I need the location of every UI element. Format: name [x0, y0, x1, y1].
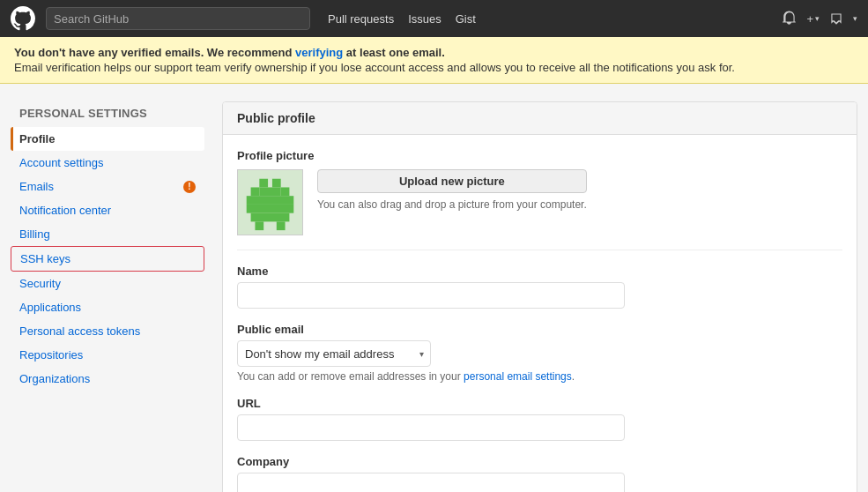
svg-rect-3 — [251, 187, 260, 196]
svg-rect-8 — [251, 213, 290, 222]
user-avatar-icon[interactable] — [828, 11, 844, 26]
sidebar-item-applications[interactable]: Applications — [11, 295, 204, 319]
email-hint-post: . — [572, 370, 575, 383]
warning-text-pre: You don't have any verified emails. We r… — [14, 46, 295, 59]
emails-warning-icon: ! — [183, 181, 196, 193]
sidebar-item-security[interactable]: Security — [11, 272, 204, 295]
avatar — [237, 169, 303, 235]
sidebar: Personal settings Profile Account settin… — [11, 101, 204, 492]
sidebar-item-billing[interactable]: Billing — [11, 222, 204, 246]
content-body: Profile picture — [223, 135, 857, 492]
personal-email-settings-link[interactable]: personal email settings — [464, 370, 572, 383]
email-hint-pre: You can add or remove email addresses in… — [237, 370, 464, 383]
main-content: Public profile Profile picture — [222, 101, 857, 492]
company-input[interactable] — [237, 473, 625, 492]
create-new-button[interactable]: + ▾ — [806, 12, 820, 26]
sidebar-item-organizations[interactable]: Organizations — [11, 367, 204, 391]
public-email-section: Public email Don't show my email address… — [237, 323, 842, 383]
warning-line2: Email verification helps our support tea… — [14, 61, 854, 74]
company-section: Company — [237, 455, 842, 492]
pull-requests-link[interactable]: Pull requests — [328, 12, 394, 26]
upload-picture-button[interactable]: Upload new picture — [317, 169, 587, 193]
verify-link[interactable]: verifying — [295, 46, 343, 59]
emails-row: Emails ! — [19, 180, 196, 193]
company-label: Company — [237, 455, 842, 468]
divider-1 — [237, 250, 842, 250]
url-label: URL — [237, 397, 842, 410]
sidebar-item-profile[interactable]: Profile — [11, 127, 204, 151]
svg-rect-10 — [277, 221, 286, 230]
profile-picture-section: Profile picture — [237, 149, 842, 235]
sidebar-item-account-settings[interactable]: Account settings — [11, 151, 204, 175]
main-layout: Personal settings Profile Account settin… — [0, 84, 868, 492]
github-logo-icon[interactable] — [11, 6, 35, 31]
name-label: Name — [237, 265, 842, 278]
warning-text-post: at least one email. — [343, 46, 445, 59]
upload-section: Upload new picture You can also drag and… — [317, 169, 587, 211]
sidebar-item-notification-center[interactable]: Notification center — [11, 198, 204, 222]
svg-rect-9 — [255, 221, 263, 230]
warning-banner: You don't have any verified emails. We r… — [0, 37, 868, 84]
public-email-label: Public email — [237, 323, 842, 336]
avatar-image — [238, 169, 302, 235]
top-navigation: Pull requests Issues Gist + ▾ ▾ — [0, 0, 868, 37]
email-select[interactable]: Don't show my email address — [237, 340, 431, 367]
issues-link[interactable]: Issues — [408, 12, 441, 26]
svg-rect-1 — [259, 179, 268, 188]
svg-rect-5 — [281, 187, 290, 196]
sidebar-item-repositories[interactable]: Repositories — [11, 343, 204, 367]
upload-hint: You can also drag and drop a picture fro… — [317, 198, 587, 211]
emails-label: Emails — [19, 180, 54, 193]
svg-rect-6 — [247, 196, 294, 205]
warning-line1: You don't have any verified emails. We r… — [14, 46, 854, 59]
sidebar-item-ssh-keys[interactable]: SSH keys — [11, 246, 204, 272]
topnav-right: + ▾ ▾ — [782, 11, 857, 26]
email-select-wrapper: Don't show my email address ▾ — [237, 340, 431, 367]
name-input[interactable] — [237, 282, 625, 309]
nav-links: Pull requests Issues Gist — [328, 12, 476, 26]
url-section: URL — [237, 397, 842, 441]
search-input[interactable] — [46, 7, 310, 30]
email-hint: You can add or remove email addresses in… — [237, 370, 842, 383]
profile-picture-container: Upload new picture You can also drag and… — [237, 169, 842, 235]
sidebar-item-personal-access-tokens[interactable]: Personal access tokens — [11, 319, 204, 343]
content-header: Public profile — [223, 102, 857, 135]
sidebar-item-emails[interactable]: Emails ! — [11, 175, 204, 198]
profile-picture-label: Profile picture — [237, 149, 842, 162]
svg-rect-4 — [259, 187, 280, 196]
notifications-icon[interactable] — [782, 11, 798, 26]
svg-rect-2 — [272, 179, 281, 188]
gist-link[interactable]: Gist — [456, 12, 476, 26]
svg-rect-7 — [247, 205, 294, 213]
url-input[interactable] — [237, 414, 625, 441]
name-section: Name — [237, 265, 842, 309]
sidebar-title: Personal settings — [11, 101, 204, 127]
